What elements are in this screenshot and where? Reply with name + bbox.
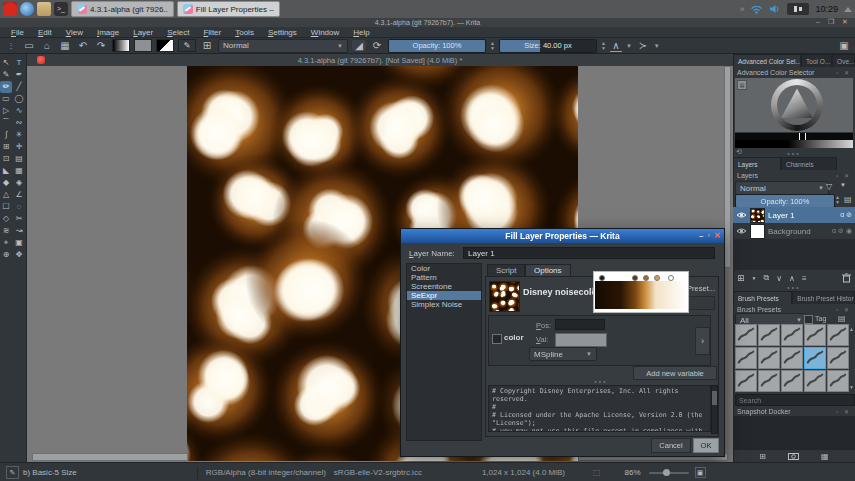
brush-preset[interactable] <box>758 347 780 369</box>
ramp-marker[interactable] <box>668 275 674 281</box>
blending-mode-dropdown[interactable]: Normal▼ <box>218 39 348 53</box>
wraparound-options-arrow[interactable]: ▼ <box>654 43 660 49</box>
magnetic-select-tool[interactable]: ⌖ <box>0 237 12 249</box>
save-icon[interactable]: ▦ <box>58 40 72 51</box>
polygon-tool[interactable]: ▷ <box>0 105 12 117</box>
pos-input[interactable] <box>555 319 605 330</box>
reload-preset-icon[interactable]: ⟳ <box>370 40 384 51</box>
similar-select-tool[interactable]: ≋ <box>0 225 12 237</box>
docker-header-icons[interactable]: ▫ ✕ <box>836 69 851 76</box>
colorspace-info[interactable]: RGB/Alpha (8-bit integer/channel) <box>206 468 326 477</box>
ramp-marker[interactable] <box>654 275 660 281</box>
pattern-chooser[interactable] <box>134 39 152 52</box>
dialog-titlebar[interactable]: Fill Layer Properties — Krita – ▫ ✕ <box>401 229 724 243</box>
brush-preset[interactable] <box>827 347 849 369</box>
ellipse-tool[interactable]: ◯ <box>13 93 25 105</box>
undo-icon[interactable]: ↶ <box>76 40 90 51</box>
duplicate-layer-button[interactable]: ⧉ <box>764 273 770 283</box>
brush-preset[interactable] <box>804 370 826 392</box>
redo-icon[interactable]: ↷ <box>94 40 108 51</box>
visibility-icon[interactable] <box>736 211 747 219</box>
color[interactable]: Color <box>407 264 481 273</box>
tab-brush-preset-history[interactable]: Brush Preset History <box>792 291 855 304</box>
move-layer-down-button[interactable]: ∨ <box>776 274 782 283</box>
tab-advanced-color-selector[interactable]: Advanced Color Sel... <box>733 54 801 67</box>
seexpr[interactable]: SeExpr <box>407 291 481 300</box>
app-menu-icon[interactable] <box>3 2 17 16</box>
next-variable-button[interactable]: › <box>695 327 710 355</box>
hide-dockers-icon[interactable]: ▣ <box>837 40 851 51</box>
zoom-fit-icon[interactable]: ▣ <box>695 467 706 478</box>
taskbar-window-fill-layer-dialog[interactable]: Fill Layer Properties – <box>177 1 280 17</box>
bezier-curve-tool[interactable]: ⌒ <box>0 117 12 129</box>
image[interactable]: Image <box>90 28 126 37</box>
val-slider[interactable] <box>555 333 607 347</box>
window[interactable]: Window <box>304 28 346 37</box>
ramp-markers[interactable] <box>595 273 687 281</box>
create-snapshot-icon[interactable]: ⊞ <box>759 452 766 461</box>
docker-header-icons[interactable]: ▫ ✕ <box>836 172 851 179</box>
reference-images-tool[interactable]: ▣ <box>13 237 25 249</box>
dialog-minimize-button[interactable]: – <box>699 231 703 240</box>
wraparound-mode-icon[interactable]: ≻ <box>636 40 650 51</box>
polyline-tool[interactable]: ∿ <box>13 105 25 117</box>
selection-mode-icon[interactable]: ⬚ <box>593 468 601 477</box>
shade-strip-1[interactable] <box>735 133 853 140</box>
visibility-icon[interactable] <box>736 227 747 235</box>
camera-icon[interactable] <box>788 452 799 460</box>
freehand-select-tool[interactable]: ✂ <box>13 213 25 225</box>
status-widget[interactable] <box>787 3 809 15</box>
brush-preset[interactable] <box>735 324 757 346</box>
brush-preset[interactable] <box>781 347 803 369</box>
tools[interactable]: Tools <box>228 28 261 37</box>
file[interactable]: File <box>4 28 31 37</box>
add-layer-button[interactable]: ⊞ <box>737 273 745 283</box>
mirror-options-arrow[interactable]: ▼ <box>626 43 632 49</box>
rect-select-tool[interactable]: ☐ <box>0 201 12 213</box>
brush-preset[interactable] <box>804 347 826 369</box>
zoom-tool[interactable]: ⊕ <box>0 249 12 261</box>
layer-filter-arrow[interactable]: ▼ <box>840 182 846 188</box>
layer-thumbnail[interactable] <box>750 224 765 239</box>
crop-tool[interactable]: ⊡ <box>0 153 12 165</box>
workspace-chooser-icon[interactable]: ⊞ <box>200 40 214 51</box>
rectangle-tool[interactable]: ▭ <box>0 93 12 105</box>
tag-checkbox[interactable] <box>804 315 813 324</box>
variable-checkbox[interactable] <box>492 334 502 344</box>
layers-docker-header[interactable]: Layers ▫ ✕ <box>733 170 855 180</box>
color-selector-settings-icon[interactable]: ▤ <box>737 80 747 90</box>
current-brush-icon[interactable]: ✎ <box>6 466 19 479</box>
ok-button[interactable]: OK <box>693 438 719 453</box>
shade-strip-2[interactable] <box>735 140 853 148</box>
brush-search-input[interactable] <box>735 394 855 406</box>
brush-preset[interactable] <box>781 324 803 346</box>
dynamic-brush-tool[interactable]: ∫ <box>0 129 12 141</box>
file-manager-icon[interactable] <box>37 2 51 16</box>
tab-tool-options[interactable]: Tool O... <box>801 54 832 67</box>
dialog-close-button[interactable]: ✕ <box>714 231 721 240</box>
brush-preset[interactable] <box>735 347 757 369</box>
transform-tool[interactable]: ⊞ <box>0 141 12 153</box>
screentone[interactable]: Screentone <box>407 282 481 291</box>
dock-splitter-handle[interactable]: ••• <box>733 284 855 291</box>
eject-icon[interactable] <box>844 7 852 12</box>
freehand-path-tool[interactable]: ∾ <box>13 117 25 129</box>
brush-preset[interactable] <box>827 370 849 392</box>
pan-tool[interactable]: ✥ <box>13 249 25 261</box>
brush-preset[interactable] <box>804 324 826 346</box>
volume-icon[interactable] <box>769 4 781 14</box>
layer-badges[interactable]: α ⊘ ◉ <box>832 227 852 235</box>
toolbar-grip-icon[interactable]: ⋮ <box>4 42 18 50</box>
ramp-marker[interactable] <box>599 275 605 281</box>
brush-preset[interactable] <box>827 324 849 346</box>
layer-row-layer1[interactable]: Layer 1 α ⊘ <box>733 207 855 223</box>
layer-props-button[interactable]: ≡ <box>802 274 807 283</box>
new-document-icon[interactable]: ▭ <box>22 40 36 51</box>
edit[interactable]: Edit <box>31 28 59 37</box>
layer-badges[interactable]: α ⊘ <box>840 211 852 219</box>
layer[interactable]: Layer <box>126 28 160 37</box>
layer-opacity-slider[interactable]: Opacity: 100% <box>735 194 835 208</box>
gradient-chooser[interactable] <box>112 39 130 52</box>
dialog-maximize-button[interactable]: ▫ <box>707 231 710 240</box>
color-profile-info[interactable]: sRGB-elle-V2-srgbtrc.icc <box>334 468 422 477</box>
